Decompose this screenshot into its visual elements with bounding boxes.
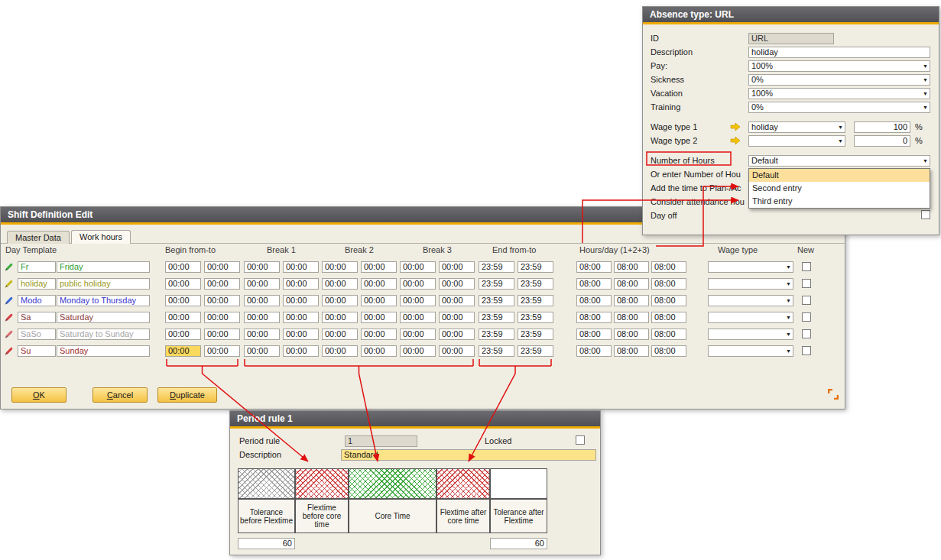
dropdown-arrow-icon[interactable]: ▼	[786, 298, 791, 304]
hours-day-field[interactable]: 08:00	[614, 295, 649, 306]
time-field[interactable]: 00:00	[204, 312, 240, 323]
new-checkbox[interactable]	[802, 296, 811, 305]
tab-work-hours[interactable]: Work hours	[71, 230, 131, 244]
training-select[interactable]: 0% ▼	[748, 102, 930, 113]
sickness-select[interactable]: 0% ▼	[748, 74, 930, 86]
time-field[interactable]: 00:00	[165, 345, 201, 357]
period-window-titlebar[interactable]: Period rule 1	[230, 411, 600, 426]
ok-button[interactable]: OK	[11, 387, 67, 403]
time-field[interactable]: 00:00	[400, 312, 436, 323]
new-checkbox[interactable]	[802, 329, 811, 338]
wage-type-1-percent-field[interactable]: 100	[854, 121, 910, 133]
time-field[interactable]: 00:00	[439, 329, 475, 340]
time-field[interactable]: 00:00	[244, 329, 280, 340]
hours-day-field[interactable]: 08:00	[651, 295, 686, 306]
tab-master-data[interactable]: Master Data	[7, 231, 70, 244]
time-field[interactable]: 00:00	[322, 278, 358, 290]
dropdown-arrow-icon[interactable]: ▼	[786, 264, 791, 270]
time-field[interactable]: 00:00	[244, 345, 280, 357]
day-template-description-field[interactable]: Monday to Thursday	[57, 295, 150, 306]
wage-type-select[interactable]: ▼	[708, 345, 793, 357]
hours-day-field[interactable]: 08:00	[576, 295, 612, 306]
hours-day-field[interactable]: 08:00	[651, 329, 686, 340]
time-field[interactable]: 00:00	[400, 295, 436, 306]
dropdown-arrow-icon[interactable]: ▼	[923, 77, 928, 83]
locked-checkbox[interactable]	[576, 435, 585, 445]
hours-day-field[interactable]: 08:00	[614, 312, 649, 323]
hours-day-field[interactable]: 08:00	[651, 261, 686, 273]
link-arrow-icon[interactable]	[730, 136, 741, 147]
hours-day-field[interactable]: 08:00	[576, 345, 612, 357]
time-field[interactable]: 00:00	[400, 345, 436, 357]
time-field[interactable]: 00:00	[204, 295, 240, 306]
time-field[interactable]: 00:00	[165, 295, 201, 306]
wage-type-select[interactable]: ▼	[708, 278, 793, 290]
tolerance-before-field[interactable]: 60	[238, 538, 295, 549]
wage-type-1-select[interactable]: holiday ▼	[748, 121, 845, 133]
time-field[interactable]: 23:59	[479, 345, 514, 357]
day-template-description-field[interactable]: Saturday to Sunday	[57, 329, 150, 340]
wage-type-select[interactable]: ▼	[708, 312, 793, 323]
hours-day-field[interactable]: 08:00	[576, 329, 612, 340]
time-field[interactable]: 00:00	[204, 261, 240, 273]
dropdown-arrow-icon[interactable]: ▼	[923, 158, 928, 164]
time-field[interactable]: 00:00	[283, 312, 319, 323]
time-field[interactable]: 00:00	[361, 312, 397, 323]
dropdown-item-second-entry[interactable]: Second entry	[749, 182, 930, 195]
day-template-description-field[interactable]: Saturday	[57, 312, 150, 323]
time-field[interactable]: 00:00	[439, 278, 475, 290]
time-field[interactable]: 23:59	[479, 329, 514, 340]
cancel-button[interactable]: Cancel	[92, 387, 148, 403]
time-field[interactable]: 23:59	[479, 312, 514, 323]
time-field[interactable]: 23:59	[518, 312, 553, 323]
link-arrow-icon[interactable]	[730, 122, 741, 133]
time-field[interactable]: 00:00	[283, 329, 319, 340]
day-template-description-field[interactable]: Sunday	[57, 345, 150, 357]
time-field[interactable]: 23:59	[518, 345, 553, 357]
time-field[interactable]: 00:00	[322, 345, 358, 357]
duplicate-button[interactable]: Duplicate	[157, 387, 217, 403]
time-field[interactable]: 00:00	[244, 278, 280, 290]
dropdown-arrow-icon[interactable]: ▼	[786, 281, 791, 287]
description-field[interactable]: holiday	[748, 47, 930, 58]
time-field[interactable]: 00:00	[165, 312, 201, 323]
time-field[interactable]: 00:00	[165, 261, 201, 273]
day-template-code-field[interactable]: Sa	[18, 312, 56, 323]
day-template-description-field[interactable]: Friday	[57, 261, 150, 273]
time-field[interactable]: 00:00	[361, 345, 397, 357]
time-field[interactable]: 00:00	[400, 261, 436, 273]
time-field[interactable]: 00:00	[400, 329, 436, 340]
hours-day-field[interactable]: 08:00	[576, 312, 612, 323]
day-template-code-field[interactable]: Su	[18, 345, 56, 357]
time-field[interactable]: 00:00	[322, 295, 358, 306]
time-field[interactable]: 00:00	[283, 295, 319, 306]
dropdown-arrow-icon[interactable]: ▼	[923, 105, 928, 111]
day-template-code-field[interactable]: SaSo	[18, 329, 56, 340]
new-checkbox[interactable]	[802, 312, 811, 322]
wage-type-select[interactable]: ▼	[708, 329, 793, 340]
number-of-hours-select[interactable]: Default ▼	[748, 155, 930, 167]
hours-day-field[interactable]: 08:00	[614, 329, 649, 340]
dropdown-arrow-icon[interactable]: ▼	[838, 138, 843, 144]
hours-day-field[interactable]: 08:00	[576, 278, 612, 290]
dropdown-arrow-icon[interactable]: ▼	[923, 63, 928, 70]
time-field[interactable]: 23:59	[479, 295, 514, 306]
time-field[interactable]: 00:00	[283, 261, 319, 273]
time-field[interactable]: 00:00	[283, 278, 319, 290]
time-field[interactable]: 00:00	[322, 312, 358, 323]
time-field[interactable]: 00:00	[244, 312, 280, 323]
time-field[interactable]: 00:00	[439, 261, 475, 273]
dropdown-arrow-icon[interactable]: ▼	[923, 91, 928, 97]
dropdown-arrow-icon[interactable]: ▼	[838, 125, 843, 131]
new-checkbox[interactable]	[802, 279, 811, 288]
day-template-code-field[interactable]: Fr	[18, 261, 56, 273]
period-rule-field[interactable]: 1	[345, 435, 417, 447]
tolerance-after-field[interactable]: 60	[490, 538, 547, 549]
day-template-code-field[interactable]: holiday	[18, 278, 56, 290]
dropdown-arrow-icon[interactable]: ▼	[786, 315, 791, 321]
time-field[interactable]: 23:59	[518, 295, 553, 306]
time-field[interactable]: 00:00	[361, 261, 397, 273]
time-field[interactable]: 00:00	[400, 278, 436, 290]
time-field[interactable]: 00:00	[283, 345, 319, 357]
day-template-description-field[interactable]: public holiday	[57, 278, 150, 290]
